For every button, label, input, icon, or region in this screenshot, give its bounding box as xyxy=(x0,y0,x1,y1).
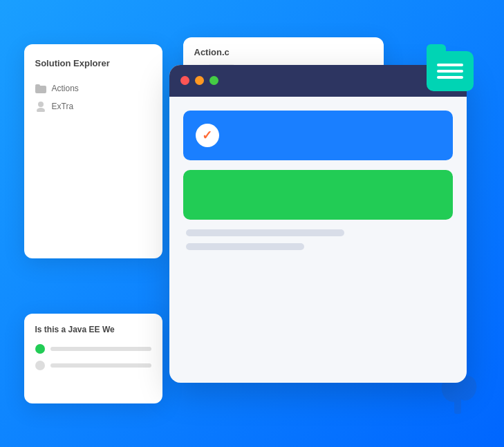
folder-line-1 xyxy=(437,64,463,66)
blue-bar: ✓ xyxy=(183,111,453,160)
person-icon xyxy=(35,101,46,112)
explorer-item-actions[interactable]: Actions xyxy=(35,79,151,97)
green-bar xyxy=(183,170,453,220)
solution-explorer-title: Solution Explorer xyxy=(35,58,151,68)
folder-line-2 xyxy=(437,70,463,73)
text-line-long xyxy=(186,229,344,236)
toggle-dot-gray xyxy=(35,361,45,370)
extra-label: ExTra xyxy=(52,102,74,111)
main-scene: Solution Explorer Actions ExTra Is this … xyxy=(17,23,487,424)
titlebar-dot-green[interactable] xyxy=(209,76,218,85)
editor-filename: Action.c xyxy=(194,47,373,57)
toggle-bar-1 xyxy=(50,347,151,351)
text-line-medium xyxy=(186,243,305,250)
window-content: ✓ xyxy=(169,97,467,264)
explorer-item-extra[interactable]: ExTra xyxy=(35,97,151,115)
check-circle: ✓ xyxy=(196,124,219,147)
toggle-dot-green xyxy=(35,344,45,354)
actions-label: Actions xyxy=(52,84,79,93)
svg-point-3 xyxy=(37,108,45,112)
toggle-row-1[interactable] xyxy=(35,344,151,354)
folder-lines xyxy=(437,64,463,79)
teal-folder-icon[interactable] xyxy=(427,51,474,91)
toggle-bar-2 xyxy=(50,363,151,368)
text-lines xyxy=(183,229,453,250)
java-ee-card: Is this a Java EE We xyxy=(24,314,162,403)
titlebar-dot-red[interactable] xyxy=(180,76,189,85)
toggle-row-2[interactable] xyxy=(35,361,151,370)
solution-explorer-card: Solution Explorer Actions ExTra xyxy=(24,44,162,258)
main-app-window: ✓ xyxy=(169,65,467,383)
svg-rect-1 xyxy=(35,84,40,87)
folder-icon xyxy=(35,83,46,94)
svg-point-2 xyxy=(38,102,44,107)
titlebar-dot-orange[interactable] xyxy=(195,76,204,85)
folder-line-3 xyxy=(437,76,463,79)
java-card-title: Is this a Java EE We xyxy=(35,325,151,334)
checkmark-icon: ✓ xyxy=(202,129,212,142)
window-titlebar xyxy=(169,65,467,97)
